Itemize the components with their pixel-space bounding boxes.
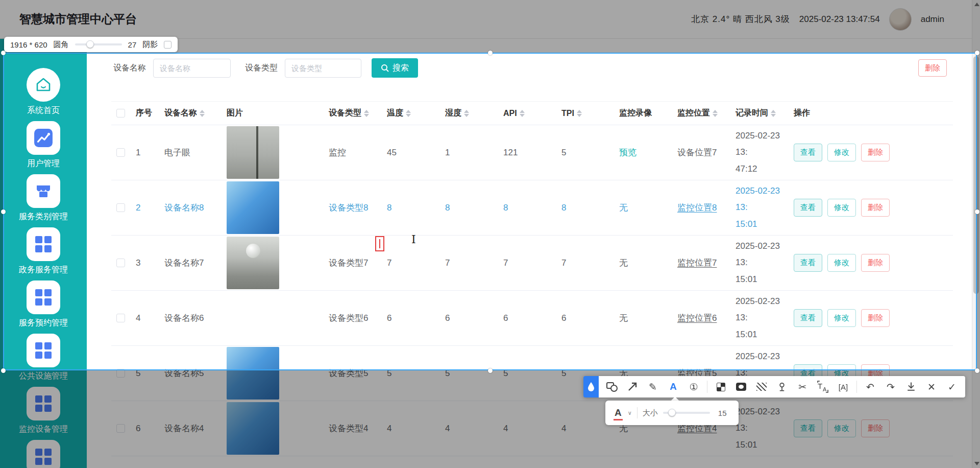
translate-text-icon: TA [817,381,829,393]
selection-handle[interactable] [975,51,979,55]
chevron-down-icon[interactable]: ∨ [628,410,632,416]
ibeam-cursor: I [411,233,416,246]
corner-radius-label: 圆角 [54,40,69,50]
slider-knob[interactable] [86,40,94,48]
annotation-toolbar: ✎ A ① ✂ TA [A] ↶ ↷ ✕ ✓ [583,376,965,397]
shape-tool[interactable] [605,380,619,394]
selection-handle[interactable] [975,209,979,214]
step-number-tool[interactable]: ① [687,380,701,394]
checkerboard-icon [717,383,725,391]
selection-handle[interactable] [1,368,6,373]
toolbar-divider [707,381,707,393]
corner-radius-value: 27 [128,40,137,49]
droplet-icon [587,382,595,392]
capture-size-bar: 1916 * 620 圆角 27 阴影 [4,37,178,52]
undo-button[interactable]: ↶ [863,380,877,394]
redo-button[interactable]: ↷ [884,380,898,394]
font-color-button[interactable]: A [614,407,623,418]
spotlight-icon [736,383,746,391]
text-annotation-box[interactable] [375,236,384,251]
text-tool[interactable]: A [666,380,680,394]
color-indicator-tab[interactable] [583,376,599,397]
text-cursor-mark [379,239,380,248]
arrow-icon [627,381,638,392]
arrow-tool[interactable] [625,380,640,394]
selection-handle[interactable] [488,368,493,373]
download-button[interactable] [904,380,918,394]
pin-icon [776,381,788,392]
mosaic-icon [756,383,767,391]
pen-tool[interactable]: ✎ [646,380,660,394]
svg-text:T: T [818,382,822,390]
shadow-label: 阴影 [142,40,158,50]
font-settings-popup: A ∨ 大小 15 [605,401,739,425]
corner-radius-slider[interactable] [75,43,122,45]
selection-handle[interactable] [1,209,6,214]
toolbar-divider [856,381,857,393]
text-recognition-tool[interactable]: TA [816,380,830,394]
mask-tool[interactable] [714,380,728,394]
crop-tool[interactable]: ✂ [795,380,810,394]
capture-dimensions: 1916 * 620 [10,40,47,49]
spotlight-tool[interactable] [734,380,748,394]
pin-tool[interactable] [775,380,789,394]
font-size-value: 15 [718,409,727,417]
confirm-button[interactable]: ✓ [945,380,959,394]
slider-knob[interactable] [668,409,676,416]
selection-handle[interactable] [488,51,493,55]
popup-divider [637,407,638,418]
download-icon [905,381,917,392]
ocr-tool[interactable]: [A] [836,380,850,394]
selection-handle[interactable] [975,368,979,373]
shadow-checkbox[interactable] [164,41,172,49]
capture-selection-border[interactable] [3,53,977,370]
mosaic-tool[interactable] [754,380,769,394]
close-button[interactable]: ✕ [924,380,939,394]
shapes-icon [606,381,618,393]
svg-text:A: A [823,386,827,392]
font-size-label: 大小 [643,408,658,418]
font-size-slider[interactable] [663,412,710,414]
